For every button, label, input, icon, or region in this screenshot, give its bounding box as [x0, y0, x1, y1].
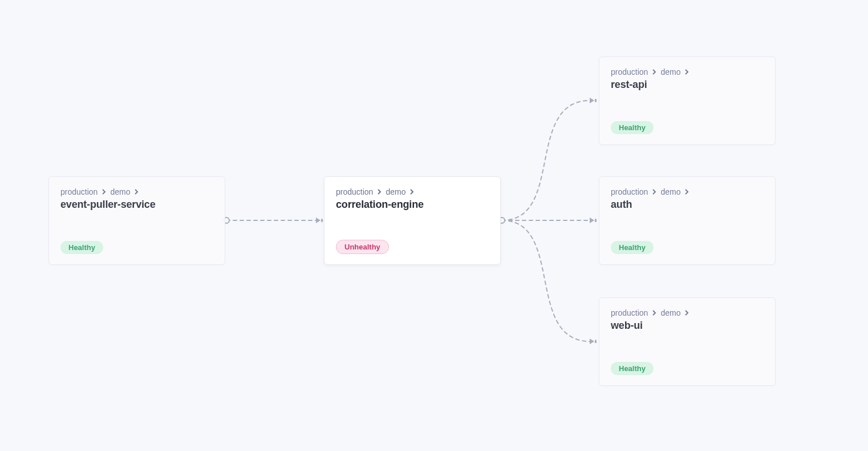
- chevron-right-icon: [684, 189, 689, 195]
- breadcrumb-segment: production: [336, 187, 373, 196]
- port-in-correlation: [315, 216, 324, 225]
- edge-correlation-to-web-ui: [502, 220, 590, 341]
- chevron-right-icon: [376, 189, 382, 195]
- port-in-auth: [589, 216, 598, 225]
- svg-rect-1: [595, 99, 597, 102]
- status-badge: Unhealthy: [336, 240, 389, 254]
- breadcrumb-segment: production: [611, 187, 648, 196]
- status-badge: Healthy: [611, 121, 654, 134]
- chevron-right-icon: [684, 69, 689, 75]
- breadcrumb-segment: demo: [386, 187, 405, 196]
- topology-canvas[interactable]: production demo event-puller-service Hea…: [0, 0, 868, 451]
- breadcrumb-segment: production: [611, 67, 648, 76]
- chevron-right-icon: [651, 69, 657, 75]
- node-auth[interactable]: production demo auth Healthy: [599, 176, 776, 265]
- node-rest-api[interactable]: production demo rest-api Healthy: [599, 57, 776, 145]
- chevron-right-icon: [409, 189, 415, 195]
- breadcrumb-segment: demo: [110, 187, 130, 196]
- breadcrumb-segment: demo: [660, 308, 680, 317]
- breadcrumb-segment: production: [60, 187, 98, 196]
- node-event-puller-service[interactable]: production demo event-puller-service Hea…: [48, 176, 225, 265]
- node-title: rest-api: [611, 79, 764, 91]
- svg-rect-0: [321, 219, 323, 222]
- breadcrumb-segment: production: [611, 308, 648, 317]
- node-title: auth: [611, 199, 764, 211]
- node-correlation-engine[interactable]: production demo correlation-engine Unhea…: [324, 176, 501, 265]
- status-badge: Healthy: [611, 241, 654, 254]
- node-web-ui[interactable]: production demo web-ui Healthy: [599, 297, 776, 386]
- breadcrumb-segment: demo: [660, 187, 680, 196]
- breadcrumb: production demo: [611, 308, 764, 317]
- node-title: event-puller-service: [60, 199, 213, 211]
- status-badge: Healthy: [611, 362, 654, 375]
- chevron-right-icon: [684, 310, 689, 316]
- chevron-right-icon: [651, 189, 657, 195]
- chevron-right-icon: [133, 189, 139, 195]
- chevron-right-icon: [101, 189, 107, 195]
- port-in-rest-api: [589, 96, 598, 105]
- node-title: web-ui: [611, 320, 764, 332]
- svg-rect-2: [595, 219, 597, 222]
- breadcrumb: production demo: [611, 67, 764, 76]
- svg-rect-3: [595, 340, 597, 343]
- chevron-right-icon: [651, 310, 657, 316]
- node-title: correlation-engine: [336, 199, 489, 211]
- edge-correlation-to-rest-api: [502, 100, 590, 220]
- breadcrumb: production demo: [60, 187, 213, 196]
- status-badge: Healthy: [60, 241, 103, 254]
- breadcrumb: production demo: [336, 187, 489, 196]
- port-in-web-ui: [589, 337, 598, 346]
- breadcrumb: production demo: [611, 187, 764, 196]
- breadcrumb-segment: demo: [660, 67, 680, 76]
